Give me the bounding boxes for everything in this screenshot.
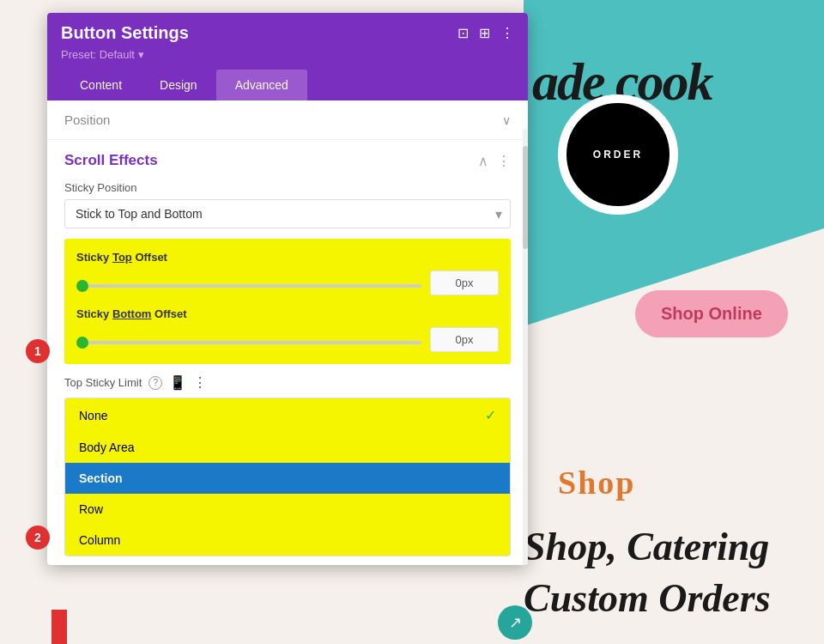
teal-circle-button[interactable]: ↗	[498, 605, 532, 640]
panel-header: Button Settings ⊡ ⊞ ⋮ Preset: Default ▾ …	[47, 13, 528, 100]
top-sticky-more-icon[interactable]: ⋮	[193, 374, 207, 391]
top-sticky-limit-label: Top Sticky Limit	[64, 376, 142, 389]
sticky-top-input[interactable]	[430, 270, 499, 295]
panel-body: Position ∨ Scroll Effects ∧ ⋮ Sticky Pos…	[47, 100, 528, 556]
tab-advanced[interactable]: Advanced	[216, 70, 307, 100]
preset-label[interactable]: Preset: Default ▾	[61, 48, 514, 61]
dropdown-item-body-label: Body Area	[79, 440, 135, 454]
check-icon: ✓	[485, 407, 496, 423]
collapse-icon[interactable]: ∧	[478, 153, 488, 169]
dropdown-item-row-label: Row	[79, 502, 103, 516]
sticky-top-slider-row	[76, 270, 499, 295]
dropdown-item-column[interactable]: Column	[65, 525, 510, 556]
panel-header-top: Button Settings ⊡ ⊞ ⋮	[61, 23, 514, 43]
sticky-position-label: Sticky Position	[64, 181, 511, 194]
sticky-select-wrapper: Stick to Top and Bottom ▾	[64, 199, 511, 228]
sticky-top-offset-row: Sticky Top Offset	[76, 251, 499, 295]
orders-text: Custom Orders	[524, 575, 771, 621]
panel-tabs: Content Design Advanced	[61, 70, 514, 100]
dropdown-item-none[interactable]: None ✓	[65, 398, 510, 432]
dropdown-item-column-label: Column	[79, 533, 120, 547]
scroll-effects-header: Scroll Effects ∧ ⋮	[47, 140, 528, 178]
red-box	[52, 610, 67, 644]
expand-icon[interactable]: ⊡	[457, 25, 469, 41]
panel-title: Button Settings	[61, 23, 189, 43]
columns-icon[interactable]: ⊞	[479, 25, 490, 41]
sticky-bottom-offset-row: Sticky Bottom Offset	[76, 307, 499, 352]
sticky-position-select[interactable]: Stick to Top and Bottom	[64, 199, 511, 228]
sticky-top-label: Sticky Top Offset	[76, 251, 499, 264]
scroll-more-icon[interactable]: ⋮	[497, 153, 511, 169]
scroll-effects-title: Scroll Effects	[64, 152, 158, 169]
sticky-top-slider[interactable]	[76, 284, 421, 288]
chevron-down-icon: ∨	[502, 113, 511, 127]
sticky-bottom-input[interactable]	[430, 327, 499, 352]
help-icon[interactable]: ?	[148, 376, 162, 390]
catering-text: Shop, Catering	[524, 524, 769, 569]
order-circle: ORDER	[558, 94, 678, 215]
panel-header-icons: ⊡ ⊞ ⋮	[457, 25, 514, 41]
shop-text: Shop	[558, 464, 635, 501]
position-section[interactable]: Position ∨	[47, 100, 528, 140]
sticky-limit-dropdown: None ✓ Body Area Section Row Column	[64, 398, 511, 556]
scrollbar-thumb	[523, 146, 528, 249]
shop-online-button[interactable]: Shop Online	[635, 290, 788, 337]
position-label: Position	[64, 112, 110, 127]
dropdown-item-row[interactable]: Row	[65, 494, 510, 525]
sticky-top-slider-container	[76, 276, 421, 291]
sticky-bottom-slider-row	[76, 327, 499, 352]
more-options-icon[interactable]: ⋮	[500, 25, 514, 41]
scroll-effects-icons: ∧ ⋮	[478, 153, 511, 169]
top-sticky-limit-row: Top Sticky Limit ? 📱 ⋮	[47, 364, 528, 398]
sticky-bottom-label: Sticky Bottom Offset	[76, 307, 499, 320]
button-settings-panel: Button Settings ⊡ ⊞ ⋮ Preset: Default ▾ …	[47, 13, 528, 565]
badge-1: 1	[26, 339, 50, 363]
sticky-bottom-slider-container	[76, 332, 421, 348]
sticky-position-container: Sticky Position Stick to Top and Bottom …	[47, 178, 528, 239]
sticky-bottom-slider[interactable]	[76, 341, 421, 344]
dropdown-item-section-label: Section	[79, 471, 123, 485]
tab-design[interactable]: Design	[141, 70, 216, 100]
tab-content[interactable]: Content	[61, 70, 141, 100]
badge-2: 2	[26, 526, 50, 550]
device-icon[interactable]: 📱	[169, 374, 186, 391]
dropdown-item-none-label: None	[79, 409, 107, 422]
panel-scrollbar[interactable]	[523, 129, 528, 565]
dropdown-item-section[interactable]: Section	[65, 463, 510, 494]
yellow-offset-area: Sticky Top Offset Sticky Bottom Offset	[64, 239, 511, 364]
dropdown-item-body-area[interactable]: Body Area	[65, 432, 510, 463]
